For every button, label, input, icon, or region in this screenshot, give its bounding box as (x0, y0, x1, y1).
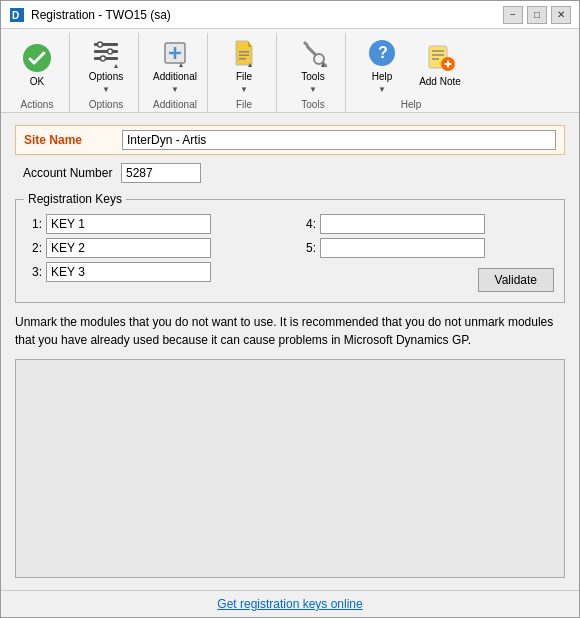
key-input-1[interactable] (46, 214, 211, 234)
validate-row: Validate (300, 268, 554, 292)
file-icon (228, 37, 260, 69)
site-name-label: Site Name (24, 133, 114, 147)
add-note-icon (424, 42, 456, 74)
title-bar: D Registration - TWO15 (sa) − □ ✕ (1, 1, 579, 29)
help-icon: ? (366, 37, 398, 69)
add-note-label: Add Note (419, 76, 461, 88)
options-label: Options (89, 71, 123, 83)
registration-keys-label: Registration Keys (24, 192, 126, 206)
account-number-label: Account Number (23, 166, 113, 180)
registration-keys-group: Registration Keys 1: 2: 3: (15, 199, 565, 303)
svg-rect-16 (239, 51, 249, 53)
get-registration-keys-link[interactable]: Get registration keys online (217, 597, 362, 611)
key-row-3: 3: (26, 262, 280, 282)
maximize-button[interactable]: □ (527, 6, 547, 24)
file-label: File (236, 71, 252, 83)
toolbar-section-actions: OK Actions (5, 33, 70, 112)
site-name-row: Site Name (15, 125, 565, 155)
tools-section-label: Tools (285, 99, 341, 110)
toolbar-section-additional: Additional ▼ Additional (143, 33, 208, 112)
toolbar-section-tools: Tools ▼ Tools (281, 33, 346, 112)
svg-point-6 (98, 42, 103, 47)
key-row-2: 2: (26, 238, 280, 258)
tools-icon (297, 37, 329, 69)
svg-rect-17 (239, 54, 249, 56)
svg-point-8 (101, 56, 106, 61)
key-num-5: 5: (300, 241, 316, 255)
key-row-1: 1: (26, 214, 280, 234)
ok-button[interactable]: OK (9, 33, 65, 97)
options-section-label: Options (78, 99, 134, 110)
minimize-button[interactable]: − (503, 6, 523, 24)
key-input-3[interactable] (46, 262, 211, 282)
options-button[interactable]: Options ▼ (78, 33, 134, 97)
key-input-5[interactable] (320, 238, 485, 258)
site-name-input[interactable] (122, 130, 556, 150)
ok-icon (21, 42, 53, 74)
svg-text:?: ? (378, 44, 388, 61)
main-window: D Registration - TWO15 (sa) − □ ✕ (0, 0, 580, 618)
options-icon (90, 37, 122, 69)
key-num-3: 3: (26, 265, 42, 279)
toolbar-section-options: Options ▼ Options (74, 33, 139, 112)
key-num-2: 2: (26, 241, 42, 255)
footer: Get registration keys online (1, 590, 579, 617)
file-section-label: File (216, 99, 272, 110)
account-number-row: Account Number (15, 161, 565, 185)
title-bar-left: D Registration - TWO15 (sa) (9, 7, 171, 23)
title-controls: − □ ✕ (503, 6, 571, 24)
additional-section-label: Additional (147, 99, 203, 110)
toolbar-section-help: ? Help ▼ (350, 33, 472, 112)
ok-label: OK (30, 76, 44, 88)
key-num-1: 1: (26, 217, 42, 231)
app-icon: D (9, 7, 25, 23)
svg-rect-4 (94, 50, 118, 53)
additional-icon (159, 37, 191, 69)
key-input-2[interactable] (46, 238, 211, 258)
file-button[interactable]: File ▼ (216, 33, 272, 97)
help-button[interactable]: ? Help ▼ (354, 33, 410, 97)
validate-button[interactable]: Validate (478, 268, 554, 292)
info-text: Unmark the modules that you do not want … (15, 313, 565, 349)
key-row-4: 4: (300, 214, 554, 234)
modules-list-box[interactable] (15, 359, 565, 578)
svg-point-7 (108, 49, 113, 54)
key-num-4: 4: (300, 217, 316, 231)
svg-marker-9 (114, 64, 118, 68)
additional-button[interactable]: Additional ▼ (147, 33, 203, 97)
key-input-4[interactable] (320, 214, 485, 234)
toolbar: OK Actions (1, 29, 579, 113)
key-row-5: 5: (300, 238, 554, 258)
additional-label: Additional (153, 71, 197, 83)
help-label: Help (372, 71, 393, 83)
svg-text:D: D (12, 10, 19, 21)
tools-label: Tools (301, 71, 324, 83)
keys-grid: 1: 2: 3: 4: (26, 214, 554, 292)
window-title: Registration - TWO15 (sa) (31, 8, 171, 22)
form-content: Site Name Account Number Registration Ke… (1, 113, 579, 590)
toolbar-section-file: File ▼ File (212, 33, 277, 112)
add-note-button[interactable]: Add Note (412, 33, 468, 97)
tools-button[interactable]: Tools ▼ (285, 33, 341, 97)
account-number-input[interactable] (121, 163, 201, 183)
help-section-label: Help (354, 99, 468, 110)
actions-section-label: Actions (9, 99, 65, 110)
close-button[interactable]: ✕ (551, 6, 571, 24)
svg-rect-18 (239, 58, 246, 60)
